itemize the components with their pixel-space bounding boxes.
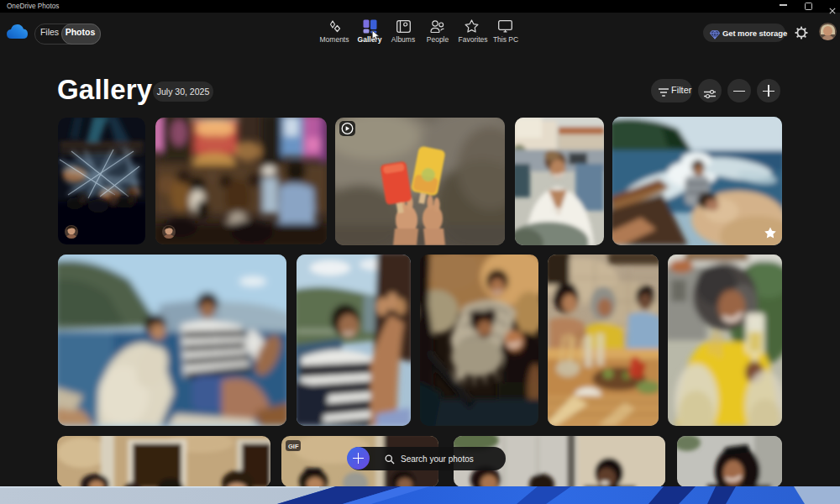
svg-text:GIF: GIF: [288, 443, 299, 450]
